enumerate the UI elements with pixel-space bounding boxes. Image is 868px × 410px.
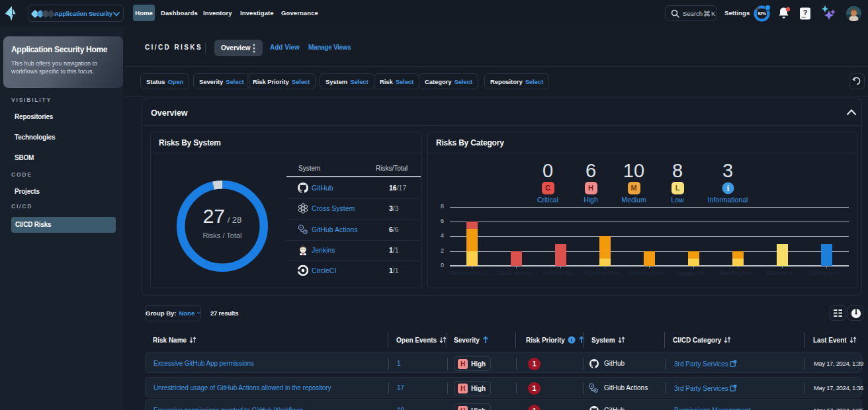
- svg-text:92%: 92%: [758, 11, 766, 16]
- svg-text:i: i: [571, 337, 572, 343]
- svg-text:?: ?: [803, 9, 808, 17]
